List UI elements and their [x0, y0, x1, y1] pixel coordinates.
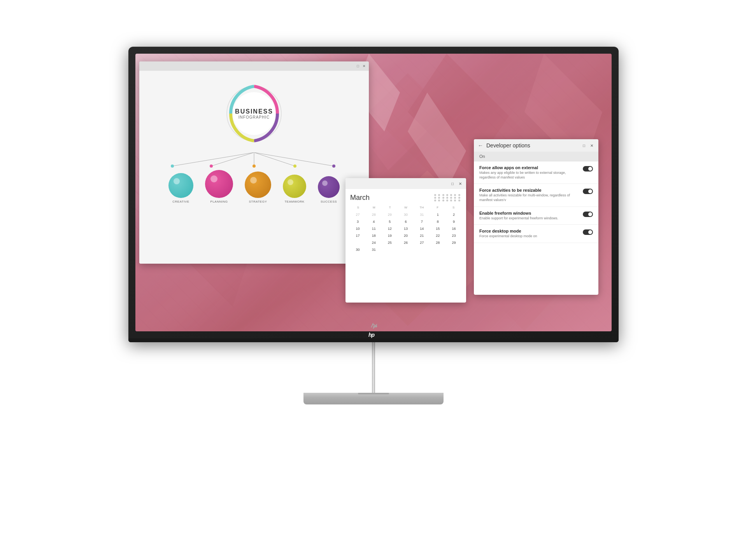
- planning-label: PLANNING: [210, 200, 228, 203]
- hp-screen-logo: ℎ𝓅: [371, 322, 376, 329]
- infographic-label: INFOGRAPHIC: [235, 115, 273, 119]
- monitor-stand-neck: [372, 342, 375, 393]
- dot-success: SUCCESS: [318, 176, 340, 203]
- infographic-close-btn[interactable]: ✕: [362, 64, 366, 68]
- dot-strategy: STRATEGY: [245, 172, 271, 203]
- dev-title: Developer options: [486, 142, 578, 149]
- dev-option-4-title: Force desktop mode: [479, 229, 537, 233]
- dev-titlebar: ← Developer options □ ✕: [474, 139, 598, 152]
- creative-circle: [168, 173, 193, 198]
- dot-teamwork: TEAMWORK: [283, 175, 306, 203]
- svg-line-22: [254, 152, 334, 166]
- teamwork-circle: [283, 175, 306, 198]
- monitor-stand-base: [303, 393, 444, 404]
- calendar-dots: [434, 194, 461, 201]
- infographic-body: BUSINESS INFOGRAPHIC: [139, 71, 369, 264]
- svg-point-25: [253, 164, 256, 168]
- calendar-close-btn[interactable]: ✕: [458, 181, 463, 186]
- dev-option-2-title: Force activities to be resizable: [479, 188, 579, 192]
- dot-creative: CREATIVE: [168, 173, 193, 203]
- monitor-screen: □ ✕: [135, 54, 612, 331]
- hp-bezel-logo: hp: [368, 331, 379, 340]
- svg-point-23: [171, 164, 174, 168]
- dev-option-3-desc: Enable support for experimental freeform…: [479, 216, 558, 221]
- infographic-titlebar: □ ✕: [139, 61, 369, 71]
- svg-text:hp: hp: [368, 332, 375, 338]
- calendar-body: March SMTWTHFS 27 28: [345, 189, 466, 257]
- dev-back-button[interactable]: ←: [478, 142, 483, 149]
- planning-circle: [205, 170, 233, 198]
- calendar-maximize-btn[interactable]: □: [450, 181, 455, 186]
- infographic-maximize-btn[interactable]: □: [356, 64, 360, 68]
- dev-option-1-desc: Makes any app eligible to be written to …: [479, 171, 579, 180]
- calendar-titlebar: □ ✕: [345, 178, 466, 189]
- calendar-days-header: SMTWTHFS: [350, 206, 461, 209]
- dev-status-bar: On: [474, 152, 598, 161]
- monitor-bezel: □ ✕: [128, 47, 619, 342]
- svg-line-19: [211, 152, 254, 166]
- svg-point-26: [293, 164, 296, 168]
- infographic-window: □ ✕: [139, 61, 369, 264]
- dev-option-3-title: Enable freeform windows: [479, 211, 558, 215]
- svg-point-24: [210, 164, 213, 168]
- developer-options-window: ← Developer options □ ✕ On Force allow a…: [474, 139, 598, 295]
- dev-option-1-toggle[interactable]: [583, 166, 593, 172]
- creative-label: CREATIVE: [172, 200, 189, 203]
- svg-point-27: [332, 164, 335, 168]
- success-label: SUCCESS: [321, 200, 337, 203]
- svg-line-21: [254, 152, 295, 166]
- biz-circle: BUSINESS INFOGRAPHIC: [223, 82, 285, 145]
- dev-maximize-btn[interactable]: □: [581, 143, 587, 148]
- dev-option-4-desc: Force experimental desktop mode on: [479, 234, 537, 239]
- calendar-grid: 27 28 29 30 31 1 2 3 4 5 6 7 8: [350, 212, 461, 253]
- dot-planning: PLANNING: [205, 170, 233, 203]
- dev-option-1: Force allow apps on external Makes any a…: [474, 161, 598, 184]
- dev-option-4-toggle[interactable]: [583, 229, 593, 235]
- strategy-circle: [245, 172, 271, 198]
- dev-option-2: Force activities to be resizable Make al…: [474, 184, 598, 206]
- dev-option-2-desc: Make all activities resizable for multi-…: [479, 193, 579, 202]
- calendar-header: March: [350, 194, 461, 202]
- dev-option-2-toggle[interactable]: [583, 189, 593, 194]
- svg-line-18: [172, 152, 254, 166]
- monitor-bottom-bar: hp: [128, 338, 619, 342]
- dots-row: CREATIVE PLANNING STRATEGY: [168, 170, 340, 203]
- dev-option-4: Force desktop mode Force experimental de…: [474, 225, 598, 243]
- dev-option-3-text: Enable freeform windows Enable support f…: [479, 211, 558, 221]
- dev-status-text: On: [479, 154, 485, 159]
- dev-option-1-title: Force allow apps on external: [479, 165, 579, 170]
- success-circle: [318, 176, 340, 198]
- dev-option-1-text: Force allow apps on external Makes any a…: [479, 165, 579, 180]
- dev-option-3: Enable freeform windows Enable support f…: [474, 207, 598, 225]
- biz-circle-text: BUSINESS INFOGRAPHIC: [235, 108, 273, 119]
- dev-close-btn[interactable]: ✕: [589, 143, 594, 148]
- teamwork-label: TEAMWORK: [284, 200, 304, 203]
- monitor: □ ✕: [121, 47, 626, 513]
- biz-circle-container: BUSINESS INFOGRAPHIC: [147, 82, 361, 209]
- dev-option-4-text: Force desktop mode Force experimental de…: [479, 229, 537, 239]
- calendar-month: March: [350, 194, 370, 202]
- dev-option-3-toggle[interactable]: [583, 212, 593, 217]
- business-label: BUSINESS: [235, 108, 273, 115]
- strategy-label: STRATEGY: [249, 200, 267, 203]
- calendar-window: □ ✕ March SMTWTHFS: [345, 178, 466, 303]
- dev-titlebar-buttons: □ ✕: [581, 143, 594, 148]
- dev-option-2-text: Force activities to be resizable Make al…: [479, 188, 579, 202]
